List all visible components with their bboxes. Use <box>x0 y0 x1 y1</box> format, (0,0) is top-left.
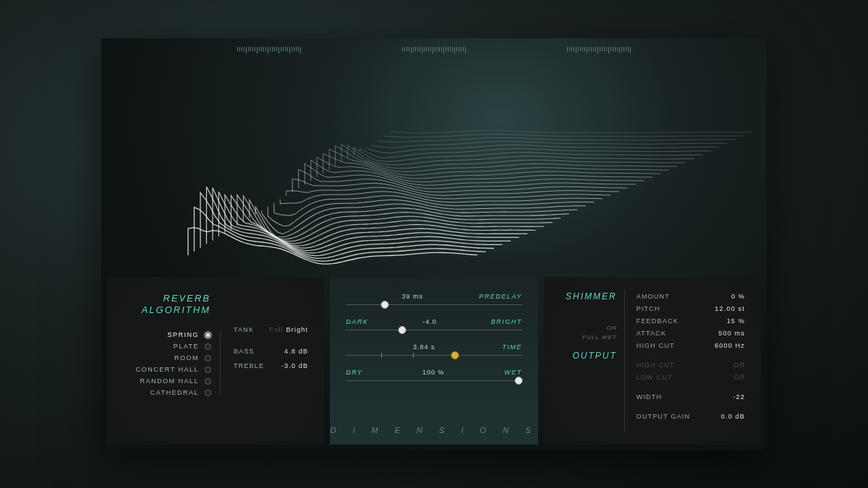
algo-option-room[interactable]: ROOM <box>123 354 211 361</box>
tank-param[interactable]: TANK Full Bright <box>234 326 308 333</box>
reverb-plugin-window: REVERB ALGORITHM SPRINGPLATEROOMCONCERT … <box>101 38 767 450</box>
top-tick-ruler <box>101 47 767 53</box>
shimmer-pitch[interactable]: PITCH12.00 st <box>637 305 745 312</box>
algo-option-spring[interactable]: SPRING <box>123 331 211 338</box>
algo-option-concert-hall[interactable]: CONCERT HALL <box>123 366 211 373</box>
time-slider[interactable]: 3.84 s TIME <box>346 343 522 356</box>
shimmer-high-cut[interactable]: HIGH CUT6000 Hz <box>637 342 745 349</box>
shimmer-feedback[interactable]: FEEDBACK15 % <box>637 317 745 325</box>
output-low-cut[interactable]: LOW CUTOff <box>637 374 745 381</box>
radio-icon <box>205 343 211 350</box>
output-title: OUTPUT <box>560 351 617 361</box>
output-width[interactable]: WIDTH-22 <box>637 393 745 401</box>
shimmer-title: SHIMMER <box>560 291 617 301</box>
bass-param[interactable]: BASS 4.8 dB <box>234 348 308 355</box>
shimmer-status-fullwet[interactable]: FULL WET <box>560 334 617 341</box>
output-output-gain[interactable]: OUTPUT GAIN0.0 dB <box>637 413 745 420</box>
dimensions-panel: 39 ms PREDELAY DARK -4.0 BRIGHT 3.84 s T… <box>330 277 537 445</box>
reverb-algorithm-title: REVERB ALGORITHM <box>123 293 221 317</box>
brand-label: D I M E N S I O N S <box>330 426 537 435</box>
radio-icon <box>205 332 211 338</box>
predelay-slider[interactable]: 39 ms PREDELAY <box>346 293 522 305</box>
radio-icon <box>205 378 211 385</box>
tone-slider[interactable]: DARK -4.0 BRIGHT <box>346 318 522 330</box>
algo-option-random-hall[interactable]: RANDOM HALL <box>123 377 211 385</box>
radio-icon <box>205 367 211 373</box>
shimmer-status-on[interactable]: ON <box>560 325 617 331</box>
radio-icon <box>205 390 211 396</box>
shimmer-amount[interactable]: AMOUNT0 % <box>637 293 745 300</box>
control-panels: REVERB ALGORITHM SPRINGPLATEROOMCONCERT … <box>101 277 767 450</box>
treble-param[interactable]: TREBLE -3.0 dB <box>234 362 308 369</box>
radio-icon <box>205 355 211 361</box>
algorithm-params: TANK Full Bright BASS 4.8 dB TREBLE -3.0… <box>221 290 308 432</box>
mix-slider[interactable]: DRY 100 % WET <box>346 369 522 381</box>
output-high-cut[interactable]: HIGH CUTOff <box>637 361 745 369</box>
algo-option-plate[interactable]: PLATE <box>123 343 211 350</box>
shimmer-attack[interactable]: ATTACK500 ms <box>637 330 745 337</box>
reverb-algorithm-panel: REVERB ALGORITHM SPRINGPLATEROOMCONCERT … <box>107 277 324 445</box>
shimmer-output-panel: SHIMMER ON FULL WET OUTPUT AMOUNT0 %PITC… <box>544 277 761 445</box>
algo-option-cathedral[interactable]: CATHEDRAL <box>123 389 211 396</box>
waterfall-visualization <box>101 53 767 284</box>
